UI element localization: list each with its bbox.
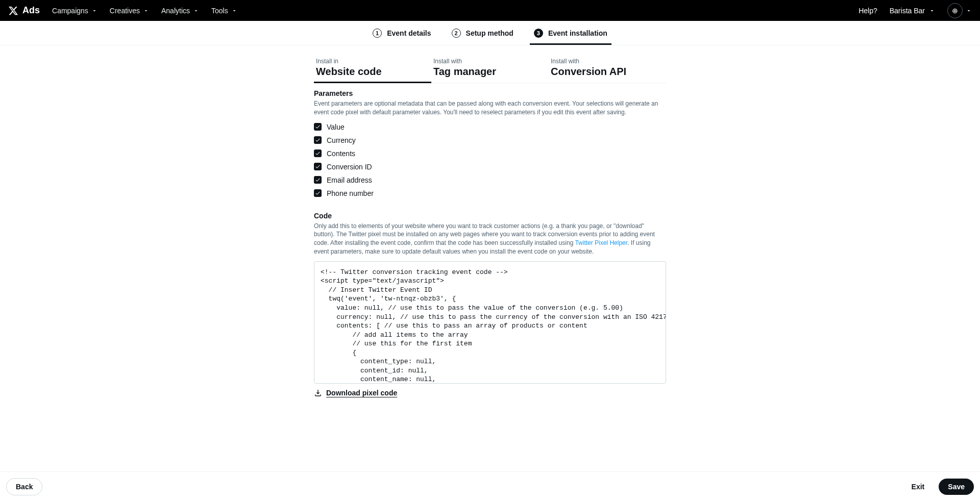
- step-setup-method[interactable]: 2 Setup method: [452, 21, 513, 45]
- checkbox-icon: [314, 189, 322, 197]
- checkbox-icon: [314, 149, 322, 157]
- chevron-down-icon: [193, 8, 199, 14]
- user-menu[interactable]: ⊕: [947, 3, 972, 18]
- tab-title: Tag manager: [433, 66, 496, 77]
- account-name: Barista Bar: [890, 7, 925, 15]
- step-number: 2: [452, 29, 461, 38]
- download-icon: [314, 389, 322, 397]
- nav-analytics[interactable]: Analytics: [161, 7, 199, 15]
- checkbox-phone-number[interactable]: Phone number: [314, 189, 666, 197]
- help-link[interactable]: Help?: [859, 7, 877, 15]
- checkbox-icon: [314, 136, 322, 144]
- save-button[interactable]: Save: [939, 479, 974, 495]
- step-label: Event details: [387, 29, 431, 37]
- checkbox-label: Conversion ID: [327, 163, 372, 171]
- avatar-icon: ⊕: [947, 3, 963, 18]
- checkbox-icon: [314, 176, 322, 184]
- checkbox-icon: [314, 123, 322, 131]
- chevron-down-icon: [231, 8, 237, 14]
- nav-campaigns[interactable]: Campaigns: [52, 7, 97, 15]
- checkbox-email-address[interactable]: Email address: [314, 176, 666, 184]
- checkbox-label: Value: [327, 123, 345, 131]
- code-snippet-box[interactable]: <!-- Twitter conversion tracking event c…: [314, 261, 666, 384]
- exit-button[interactable]: Exit: [902, 479, 934, 495]
- checkbox-label: Email address: [327, 176, 372, 184]
- checkbox-label: Phone number: [327, 189, 374, 197]
- footer: Back Exit Save: [0, 471, 980, 501]
- parameters-title: Parameters: [314, 89, 666, 97]
- checkbox-conversion-id[interactable]: Conversion ID: [314, 163, 666, 171]
- tab-overline: Install with: [433, 58, 547, 65]
- brand-text: Ads: [22, 5, 40, 16]
- step-label: Setup method: [466, 29, 513, 37]
- account-selector[interactable]: Barista Bar: [890, 7, 935, 15]
- tab-tag-manager[interactable]: Install with Tag manager: [431, 58, 549, 83]
- logo[interactable]: Ads: [8, 5, 40, 16]
- back-button[interactable]: Back: [6, 478, 42, 495]
- download-pixel-code[interactable]: Download pixel code: [314, 389, 666, 397]
- step-number: 1: [373, 29, 382, 38]
- nav-item-label: Creatives: [110, 7, 140, 15]
- tab-website-code[interactable]: Install in Website code: [314, 58, 431, 83]
- parameters-list: Value Currency Contents Conversion ID Em…: [314, 123, 666, 197]
- chevron-down-icon: [91, 8, 97, 14]
- install-tabs: Install in Website code Install with Tag…: [314, 58, 666, 83]
- tab-conversion-api[interactable]: Install with Conversion API: [549, 58, 666, 83]
- checkbox-value[interactable]: Value: [314, 123, 666, 131]
- step-event-details[interactable]: 1 Event details: [373, 21, 431, 45]
- chevron-down-icon: [929, 8, 935, 14]
- nav-item-label: Analytics: [161, 7, 190, 15]
- nav-left: Ads Campaigns Creatives Analytics Tools: [8, 5, 237, 16]
- x-logo-icon: [8, 6, 18, 16]
- step-event-installation[interactable]: 3 Event installation: [534, 21, 607, 45]
- checkbox-label: Currency: [327, 136, 356, 144]
- tab-title: Conversion API: [551, 66, 626, 77]
- download-label: Download pixel code: [326, 389, 397, 397]
- tab-overline: Install in: [316, 58, 429, 65]
- code-desc: Only add this to elements of your websit…: [314, 222, 666, 256]
- checkbox-label: Contents: [327, 149, 355, 158]
- chevron-down-icon: [966, 8, 972, 14]
- top-nav: Ads Campaigns Creatives Analytics Tools …: [0, 0, 980, 21]
- nav-creatives[interactable]: Creatives: [110, 7, 149, 15]
- parameters-desc: Event parameters are optional metadata t…: [314, 99, 666, 117]
- code-title: Code: [314, 212, 666, 220]
- nav-item-label: Campaigns: [52, 7, 88, 15]
- step-label: Event installation: [548, 29, 607, 37]
- nav-right: Help? Barista Bar ⊕: [859, 3, 972, 18]
- main-content: Install in Website code Install with Tag…: [0, 45, 980, 471]
- tab-overline: Install with: [551, 58, 664, 65]
- chevron-down-icon: [143, 8, 149, 14]
- nav-item-label: Tools: [211, 7, 228, 15]
- footer-right: Exit Save: [902, 479, 974, 495]
- steps-bar: 1 Event details 2 Setup method 3 Event i…: [0, 21, 980, 45]
- step-number: 3: [534, 29, 543, 38]
- checkbox-contents[interactable]: Contents: [314, 149, 666, 158]
- tab-title: Website code: [316, 66, 382, 77]
- checkbox-icon: [314, 163, 322, 170]
- content-inner: Install in Website code Install with Tag…: [314, 58, 666, 397]
- nav-tools[interactable]: Tools: [211, 7, 237, 15]
- checkbox-currency[interactable]: Currency: [314, 136, 666, 144]
- pixel-helper-link[interactable]: Twitter Pixel Helper: [575, 239, 627, 246]
